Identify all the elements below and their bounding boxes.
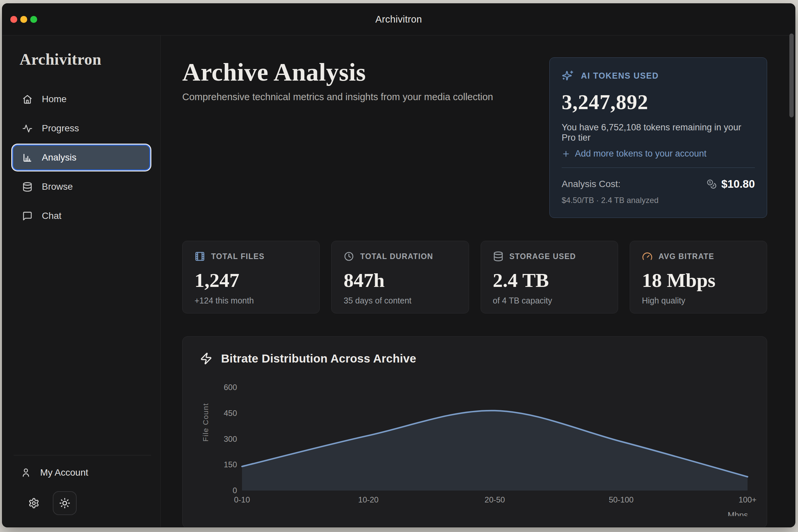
stat-card-avg-bitrate: AVG BITRATE 18 Mbps High quality <box>630 241 767 314</box>
stat-card-total-files: TOTAL FILES 1,247 +124 this month <box>182 241 320 314</box>
y-tick-label: 150 <box>197 460 237 469</box>
add-tokens-link[interactable]: Add more tokens to your account <box>562 149 755 159</box>
chat-icon <box>22 211 33 221</box>
stat-card-total-duration: TOTAL DURATION 847h 35 days of content <box>331 241 469 314</box>
sidebar-item-label: Progress <box>42 123 79 134</box>
stat-value: 2.4 TB <box>493 269 606 292</box>
stat-value: 18 Mbps <box>642 269 755 292</box>
analysis-cost-detail: $4.50/TB · 2.4 TB analyzed <box>562 196 755 205</box>
analysis-cost-label: Analysis Cost: <box>562 179 620 189</box>
sidebar-item-label: Chat <box>42 211 61 221</box>
stat-card-storage-used: STORAGE USED 2.4 TB of 4 TB capacity <box>480 241 618 314</box>
sun-icon <box>59 497 70 509</box>
stat-value: 847h <box>344 269 456 292</box>
stats-row: TOTAL FILES 1,247 +124 this month TOTAL … <box>182 241 767 314</box>
stat-sub: of 4 TB capacity <box>493 296 606 305</box>
sidebar-bottom: My Account <box>14 455 151 527</box>
gauge-icon <box>642 251 653 262</box>
titlebar: Archivitron <box>2 4 795 36</box>
x-tick-label: 20-50 <box>465 495 525 505</box>
x-tick-label: 100+ <box>718 495 767 505</box>
y-tick-label: 600 <box>197 383 237 392</box>
page-title: Archive Analysis <box>182 58 493 86</box>
coins-icon <box>707 179 717 189</box>
sidebar: Archivitron Home Progress Analysis Brows… <box>2 36 161 527</box>
sidebar-item-home[interactable]: Home <box>12 86 150 112</box>
home-icon <box>22 94 33 104</box>
sidebar-item-progress[interactable]: Progress <box>12 115 150 141</box>
plus-icon <box>562 150 570 158</box>
stat-label: TOTAL DURATION <box>360 252 433 261</box>
clock-icon <box>344 251 354 262</box>
app-window: Archivitron Archivitron Home Progress An… <box>2 3 795 527</box>
theme-toggle-button[interactable] <box>53 491 77 515</box>
analysis-cost-row: Analysis Cost: $10.80 <box>562 178 755 190</box>
bitrate-distribution-card: Bitrate Distribution Across Archive 0150… <box>182 336 767 527</box>
scrollbar-thumb[interactable] <box>790 34 794 117</box>
close-window-button[interactable] <box>10 16 17 23</box>
settings-button[interactable] <box>28 497 39 509</box>
film-icon <box>195 251 205 262</box>
sidebar-item-label: Home <box>42 94 67 104</box>
page-header: Archive Analysis Comprehensive technical… <box>182 57 767 218</box>
my-account-button[interactable]: My Account <box>14 464 151 481</box>
x-axis-unit-label: Mbps <box>728 510 748 516</box>
analysis-cost-value-group: $10.80 <box>707 178 755 190</box>
x-tick-label: 0-10 <box>212 495 272 505</box>
y-axis-label: File Count <box>201 403 210 441</box>
sparkles-icon <box>562 70 574 81</box>
ai-tokens-card: AI TOKENS USED 3,247,892 You have 6,752,… <box>549 57 767 218</box>
y-tick-label: 0 <box>197 486 237 495</box>
minimize-window-button[interactable] <box>20 16 27 23</box>
page-subtitle: Comprehensive technical metrics and insi… <box>182 92 493 102</box>
traffic-lights <box>10 4 37 35</box>
activity-icon <box>22 124 33 134</box>
analysis-cost-value: $10.80 <box>721 178 755 190</box>
page-header-text: Archive Analysis Comprehensive technical… <box>182 57 493 102</box>
ai-tokens-header: AI TOKENS USED <box>562 70 755 81</box>
tokens-remaining-text: You have 6,752,108 tokens remaining in y… <box>562 122 755 143</box>
database-icon <box>22 182 33 192</box>
area-fill <box>242 411 747 491</box>
ai-tokens-label: AI TOKENS USED <box>581 71 658 81</box>
stat-label: TOTAL FILES <box>211 252 265 261</box>
bar-chart-icon <box>22 153 33 163</box>
sidebar-item-analysis[interactable]: Analysis <box>12 145 150 170</box>
database-icon <box>493 251 504 262</box>
ai-tokens-value: 3,247,892 <box>562 90 755 114</box>
app-body: Archivitron Home Progress Analysis Brows… <box>2 36 795 527</box>
gear-icon <box>28 497 39 509</box>
main-content: Archive Analysis Comprehensive technical… <box>161 36 795 527</box>
stat-sub: 35 days of content <box>344 296 456 305</box>
app-logo: Archivitron <box>12 50 150 68</box>
x-tick-label: 10-20 <box>339 495 398 505</box>
window-title: Archivitron <box>376 14 422 25</box>
sidebar-nav: Home Progress Analysis Browse Chat <box>12 86 150 229</box>
sidebar-item-chat[interactable]: Chat <box>12 203 150 229</box>
stat-sub: +124 this month <box>195 296 307 305</box>
my-account-label: My Account <box>40 467 88 478</box>
stat-value: 1,247 <box>195 269 307 292</box>
sidebar-item-label: Browse <box>42 182 73 192</box>
x-tick-label: 50-100 <box>591 495 651 505</box>
sidebar-item-browse[interactable]: Browse <box>12 174 150 200</box>
tokens-divider <box>562 168 755 168</box>
stat-sub: High quality <box>642 296 755 305</box>
stat-label: AVG BITRATE <box>658 252 714 261</box>
sidebar-item-label: Analysis <box>42 152 76 163</box>
stat-label: STORAGE USED <box>510 252 576 261</box>
user-icon <box>21 468 31 478</box>
sidebar-tools <box>14 491 151 515</box>
zoom-window-button[interactable] <box>30 16 37 23</box>
add-tokens-label: Add more tokens to your account <box>575 149 706 159</box>
